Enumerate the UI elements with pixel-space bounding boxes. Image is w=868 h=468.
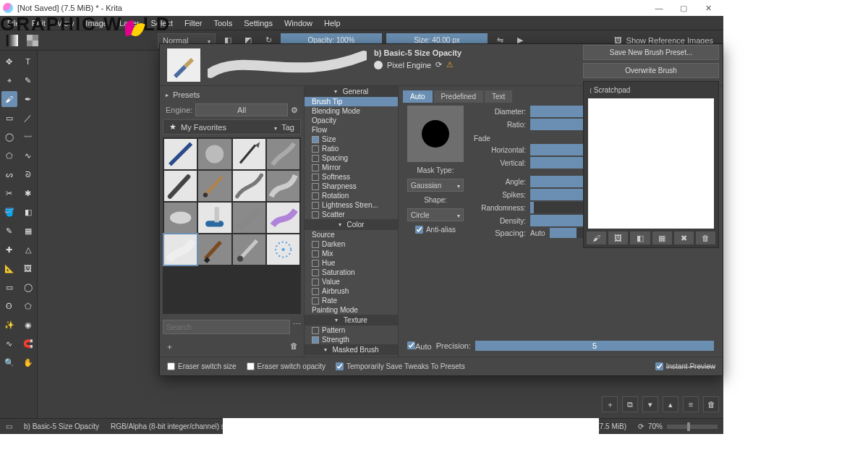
preset-item[interactable] <box>198 234 231 265</box>
crop-tool[interactable]: ✂ <box>1 185 17 201</box>
mask-type-dropdown[interactable]: Gaussian <box>407 179 464 192</box>
tree-mirror[interactable]: Mirror <box>305 163 398 172</box>
preset-item[interactable] <box>233 234 265 265</box>
preset-item[interactable] <box>164 139 197 169</box>
menu-settings[interactable]: Settings <box>238 17 278 29</box>
tree-opacity[interactable]: Opacity <box>305 116 398 125</box>
engine-filter-dropdown[interactable]: All <box>195 103 288 116</box>
tree-darken[interactable]: Darken <box>305 239 398 249</box>
chevron-right-icon[interactable]: ▸ <box>166 92 169 98</box>
tree-pattern[interactable]: Pattern <box>305 326 398 335</box>
duplicate-layer-icon[interactable]: ⧉ <box>622 396 638 412</box>
precision-row[interactable]: Auto Precision: 5 <box>403 339 718 352</box>
gradient-tool[interactable]: ◧ <box>20 204 36 220</box>
new-preset-icon[interactable]: ＋ <box>166 341 174 352</box>
scratch-gradient-icon[interactable]: ◧ <box>630 231 650 244</box>
tree-hue[interactable]: Hue <box>305 258 398 268</box>
preset-item[interactable] <box>267 234 299 265</box>
move-up-icon[interactable]: ▴ <box>663 396 678 412</box>
tree-spacing[interactable]: Spacing <box>305 153 398 163</box>
tab-auto[interactable]: Auto <box>403 90 433 103</box>
menu-image[interactable]: Image <box>80 17 114 29</box>
rectangle-tool[interactable]: ▭ <box>1 110 17 126</box>
precision-auto-checkbox[interactable] <box>407 341 415 349</box>
menu-window[interactable]: Window <box>278 17 318 29</box>
scratch-image-icon[interactable]: 🖼 <box>608 231 628 244</box>
pan-tool[interactable]: ✋ <box>20 354 36 370</box>
preset-item[interactable] <box>198 203 231 233</box>
document-canvas[interactable] <box>223 418 599 464</box>
poly-select-tool[interactable]: ⬠ <box>20 298 36 314</box>
tree-strength[interactable]: Strength <box>305 335 398 344</box>
window-minimize-button[interactable]: — <box>647 1 671 15</box>
gradient-swatch-icon[interactable] <box>4 33 20 48</box>
tree-blending-mode[interactable]: Blending Mode <box>305 106 398 116</box>
menu-layer[interactable]: Layer <box>114 17 145 29</box>
tab-text[interactable]: Text <box>485 90 512 103</box>
scratch-clear-icon[interactable]: ✖ <box>674 231 694 244</box>
menu-select[interactable]: Select <box>145 17 179 29</box>
preset-item[interactable] <box>267 171 299 201</box>
menu-view[interactable]: View <box>51 17 80 29</box>
freehand-brush-tool[interactable]: 🖌 <box>1 91 17 107</box>
text-tool[interactable]: T <box>20 54 36 69</box>
color-sampler-tool[interactable]: ✎ <box>1 223 17 239</box>
calligraphy-tool[interactable]: ✒ <box>20 91 36 107</box>
tree-brush-tip[interactable]: Brush Tip <box>305 97 398 106</box>
preset-item[interactable] <box>164 171 197 201</box>
menu-filter[interactable]: Filter <box>179 17 208 29</box>
brush-preset-thumbnail[interactable] <box>167 48 200 82</box>
polyline-tool[interactable]: 〰 <box>20 129 36 145</box>
add-layer-icon[interactable]: ＋ <box>602 396 618 412</box>
measure-tool[interactable]: 📐 <box>1 260 17 276</box>
tree-airbrush[interactable]: Airbrush <box>305 286 398 296</box>
scratch-layer-icon[interactable]: ▦ <box>652 231 672 244</box>
reload-icon[interactable]: ⟳ <box>435 60 442 69</box>
assistant-tool[interactable]: △ <box>20 242 36 258</box>
freehand-select-tool[interactable]: ʘ <box>1 298 17 314</box>
ellipse-tool[interactable]: ◯ <box>1 129 17 145</box>
scratchpad-canvas[interactable] <box>588 98 714 229</box>
preset-item[interactable] <box>198 171 231 201</box>
preset-search-input[interactable] <box>163 320 290 334</box>
zoom-tool[interactable]: 🔍 <box>1 354 17 370</box>
tree-mix[interactable]: Mix <box>305 249 398 258</box>
move-down-icon[interactable]: ▾ <box>642 396 658 412</box>
tree-rate[interactable]: Rate <box>305 296 398 305</box>
layer-properties-icon[interactable]: ≡ <box>683 396 699 412</box>
preset-item[interactable] <box>164 234 197 265</box>
instant-preview-checkbox[interactable]: Instant Preview <box>655 362 715 370</box>
freehand-path-tool[interactable]: ᔕ <box>1 166 17 182</box>
preset-item[interactable] <box>267 139 299 169</box>
tree-saturation[interactable]: Saturation <box>305 268 398 277</box>
shape-dropdown[interactable]: Circle <box>407 208 464 221</box>
favorites-header[interactable]: ★ My Favorites Tag <box>163 119 301 135</box>
pattern-swatch-icon[interactable] <box>25 33 41 48</box>
engine-settings-icon[interactable]: ⚙ <box>291 106 298 115</box>
magnetic-select-tool[interactable]: 🧲 <box>20 336 36 352</box>
scratch-delete-icon[interactable]: 🗑 <box>696 231 715 244</box>
tab-predefined[interactable]: Predefined <box>434 90 483 103</box>
pattern-edit-tool[interactable]: ▦ <box>20 223 36 239</box>
delete-preset-icon[interactable]: 🗑 <box>290 341 298 352</box>
dyna-tool[interactable]: ᘐ <box>20 166 36 182</box>
bezier-tool[interactable]: ∿ <box>20 148 36 163</box>
tree-flow[interactable]: Flow <box>305 125 398 135</box>
tree-source[interactable]: Source <box>305 230 398 239</box>
status-selection-icon[interactable]: ▭ <box>6 422 12 430</box>
rect-select-tool[interactable]: ▭ <box>1 279 17 295</box>
window-maximize-button[interactable]: ▢ <box>671 1 696 15</box>
status-rotate-icon[interactable]: ⟳ <box>638 422 644 430</box>
zoom-slider[interactable] <box>667 425 718 429</box>
bezier-select-tool[interactable]: ∿ <box>1 336 17 352</box>
preset-item[interactable] <box>233 171 265 201</box>
preset-item[interactable] <box>233 203 265 233</box>
eraser-opacity-checkbox[interactable]: Eraser switch opacity <box>247 362 326 370</box>
reference-tool[interactable]: 🖼 <box>20 260 36 276</box>
menu-file[interactable]: File <box>1 17 26 29</box>
save-new-preset-button[interactable]: Save New Brush Preset... <box>583 45 719 60</box>
window-close-button[interactable]: ✕ <box>696 1 720 15</box>
preset-item[interactable] <box>233 139 265 169</box>
fill-tool[interactable]: 🪣 <box>1 204 17 220</box>
antialias-checkbox[interactable]: Anti-alias <box>415 226 456 234</box>
